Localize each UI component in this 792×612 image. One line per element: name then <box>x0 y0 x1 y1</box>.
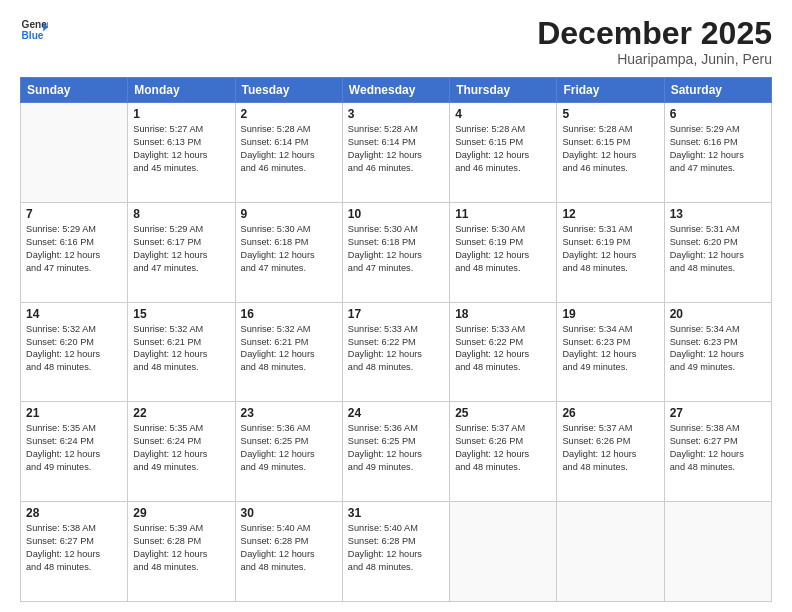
day-number: 19 <box>562 307 658 321</box>
location-subtitle: Huaripampa, Junin, Peru <box>537 51 772 67</box>
day-info: Sunrise: 5:40 AM Sunset: 6:28 PM Dayligh… <box>241 522 337 574</box>
day-info: Sunrise: 5:37 AM Sunset: 6:26 PM Dayligh… <box>562 422 658 474</box>
day-number: 5 <box>562 107 658 121</box>
day-info: Sunrise: 5:33 AM Sunset: 6:22 PM Dayligh… <box>348 323 444 375</box>
calendar-cell: 3Sunrise: 5:28 AM Sunset: 6:14 PM Daylig… <box>342 103 449 203</box>
calendar-cell <box>664 502 771 602</box>
day-info: Sunrise: 5:29 AM Sunset: 6:16 PM Dayligh… <box>26 223 122 275</box>
calendar-cell: 6Sunrise: 5:29 AM Sunset: 6:16 PM Daylig… <box>664 103 771 203</box>
month-title: December 2025 <box>537 16 772 51</box>
day-number: 3 <box>348 107 444 121</box>
day-info: Sunrise: 5:30 AM Sunset: 6:19 PM Dayligh… <box>455 223 551 275</box>
day-number: 10 <box>348 207 444 221</box>
day-info: Sunrise: 5:36 AM Sunset: 6:25 PM Dayligh… <box>348 422 444 474</box>
day-number: 8 <box>133 207 229 221</box>
calendar-cell <box>557 502 664 602</box>
calendar-cell: 29Sunrise: 5:39 AM Sunset: 6:28 PM Dayli… <box>128 502 235 602</box>
calendar-cell: 21Sunrise: 5:35 AM Sunset: 6:24 PM Dayli… <box>21 402 128 502</box>
col-header-thursday: Thursday <box>450 78 557 103</box>
day-info: Sunrise: 5:31 AM Sunset: 6:19 PM Dayligh… <box>562 223 658 275</box>
day-number: 24 <box>348 406 444 420</box>
calendar-cell: 27Sunrise: 5:38 AM Sunset: 6:27 PM Dayli… <box>664 402 771 502</box>
day-info: Sunrise: 5:34 AM Sunset: 6:23 PM Dayligh… <box>562 323 658 375</box>
calendar-cell: 2Sunrise: 5:28 AM Sunset: 6:14 PM Daylig… <box>235 103 342 203</box>
day-info: Sunrise: 5:37 AM Sunset: 6:26 PM Dayligh… <box>455 422 551 474</box>
day-number: 15 <box>133 307 229 321</box>
page: General Blue December 2025 Huaripampa, J… <box>0 0 792 612</box>
day-info: Sunrise: 5:28 AM Sunset: 6:14 PM Dayligh… <box>241 123 337 175</box>
day-number: 22 <box>133 406 229 420</box>
day-number: 25 <box>455 406 551 420</box>
day-number: 18 <box>455 307 551 321</box>
day-number: 21 <box>26 406 122 420</box>
day-number: 13 <box>670 207 766 221</box>
calendar-cell: 13Sunrise: 5:31 AM Sunset: 6:20 PM Dayli… <box>664 202 771 302</box>
day-info: Sunrise: 5:38 AM Sunset: 6:27 PM Dayligh… <box>26 522 122 574</box>
calendar-cell: 16Sunrise: 5:32 AM Sunset: 6:21 PM Dayli… <box>235 302 342 402</box>
day-info: Sunrise: 5:30 AM Sunset: 6:18 PM Dayligh… <box>241 223 337 275</box>
calendar-cell: 15Sunrise: 5:32 AM Sunset: 6:21 PM Dayli… <box>128 302 235 402</box>
day-info: Sunrise: 5:32 AM Sunset: 6:21 PM Dayligh… <box>133 323 229 375</box>
day-number: 7 <box>26 207 122 221</box>
day-info: Sunrise: 5:29 AM Sunset: 6:17 PM Dayligh… <box>133 223 229 275</box>
day-info: Sunrise: 5:29 AM Sunset: 6:16 PM Dayligh… <box>670 123 766 175</box>
col-header-sunday: Sunday <box>21 78 128 103</box>
day-number: 2 <box>241 107 337 121</box>
calendar-cell: 20Sunrise: 5:34 AM Sunset: 6:23 PM Dayli… <box>664 302 771 402</box>
day-info: Sunrise: 5:31 AM Sunset: 6:20 PM Dayligh… <box>670 223 766 275</box>
calendar-cell: 31Sunrise: 5:40 AM Sunset: 6:28 PM Dayli… <box>342 502 449 602</box>
calendar-cell: 12Sunrise: 5:31 AM Sunset: 6:19 PM Dayli… <box>557 202 664 302</box>
day-info: Sunrise: 5:35 AM Sunset: 6:24 PM Dayligh… <box>133 422 229 474</box>
calendar-cell: 14Sunrise: 5:32 AM Sunset: 6:20 PM Dayli… <box>21 302 128 402</box>
calendar-cell: 7Sunrise: 5:29 AM Sunset: 6:16 PM Daylig… <box>21 202 128 302</box>
day-info: Sunrise: 5:39 AM Sunset: 6:28 PM Dayligh… <box>133 522 229 574</box>
day-number: 26 <box>562 406 658 420</box>
svg-text:Blue: Blue <box>22 30 44 41</box>
day-number: 6 <box>670 107 766 121</box>
calendar-cell: 17Sunrise: 5:33 AM Sunset: 6:22 PM Dayli… <box>342 302 449 402</box>
day-number: 31 <box>348 506 444 520</box>
logo: General Blue <box>20 16 48 44</box>
day-info: Sunrise: 5:30 AM Sunset: 6:18 PM Dayligh… <box>348 223 444 275</box>
day-number: 27 <box>670 406 766 420</box>
day-number: 14 <box>26 307 122 321</box>
day-info: Sunrise: 5:34 AM Sunset: 6:23 PM Dayligh… <box>670 323 766 375</box>
calendar-cell: 30Sunrise: 5:40 AM Sunset: 6:28 PM Dayli… <box>235 502 342 602</box>
generalblue-logo-icon: General Blue <box>20 16 48 44</box>
calendar-table: SundayMondayTuesdayWednesdayThursdayFrid… <box>20 77 772 602</box>
header: General Blue December 2025 Huaripampa, J… <box>20 16 772 67</box>
calendar-cell: 10Sunrise: 5:30 AM Sunset: 6:18 PM Dayli… <box>342 202 449 302</box>
day-info: Sunrise: 5:32 AM Sunset: 6:20 PM Dayligh… <box>26 323 122 375</box>
day-info: Sunrise: 5:38 AM Sunset: 6:27 PM Dayligh… <box>670 422 766 474</box>
calendar-cell <box>21 103 128 203</box>
calendar-cell: 19Sunrise: 5:34 AM Sunset: 6:23 PM Dayli… <box>557 302 664 402</box>
calendar-cell: 9Sunrise: 5:30 AM Sunset: 6:18 PM Daylig… <box>235 202 342 302</box>
day-info: Sunrise: 5:36 AM Sunset: 6:25 PM Dayligh… <box>241 422 337 474</box>
calendar-cell: 23Sunrise: 5:36 AM Sunset: 6:25 PM Dayli… <box>235 402 342 502</box>
calendar-cell: 8Sunrise: 5:29 AM Sunset: 6:17 PM Daylig… <box>128 202 235 302</box>
day-number: 20 <box>670 307 766 321</box>
calendar-cell: 28Sunrise: 5:38 AM Sunset: 6:27 PM Dayli… <box>21 502 128 602</box>
calendar-cell: 11Sunrise: 5:30 AM Sunset: 6:19 PM Dayli… <box>450 202 557 302</box>
calendar-cell: 25Sunrise: 5:37 AM Sunset: 6:26 PM Dayli… <box>450 402 557 502</box>
day-number: 11 <box>455 207 551 221</box>
col-header-wednesday: Wednesday <box>342 78 449 103</box>
calendar-cell: 1Sunrise: 5:27 AM Sunset: 6:13 PM Daylig… <box>128 103 235 203</box>
day-info: Sunrise: 5:40 AM Sunset: 6:28 PM Dayligh… <box>348 522 444 574</box>
col-header-saturday: Saturday <box>664 78 771 103</box>
calendar-cell: 26Sunrise: 5:37 AM Sunset: 6:26 PM Dayli… <box>557 402 664 502</box>
day-number: 16 <box>241 307 337 321</box>
day-number: 1 <box>133 107 229 121</box>
day-info: Sunrise: 5:28 AM Sunset: 6:14 PM Dayligh… <box>348 123 444 175</box>
day-number: 29 <box>133 506 229 520</box>
day-number: 4 <box>455 107 551 121</box>
col-header-friday: Friday <box>557 78 664 103</box>
day-number: 12 <box>562 207 658 221</box>
col-header-monday: Monday <box>128 78 235 103</box>
day-info: Sunrise: 5:35 AM Sunset: 6:24 PM Dayligh… <box>26 422 122 474</box>
day-info: Sunrise: 5:27 AM Sunset: 6:13 PM Dayligh… <box>133 123 229 175</box>
calendar-cell: 22Sunrise: 5:35 AM Sunset: 6:24 PM Dayli… <box>128 402 235 502</box>
day-number: 9 <box>241 207 337 221</box>
day-number: 28 <box>26 506 122 520</box>
day-number: 23 <box>241 406 337 420</box>
